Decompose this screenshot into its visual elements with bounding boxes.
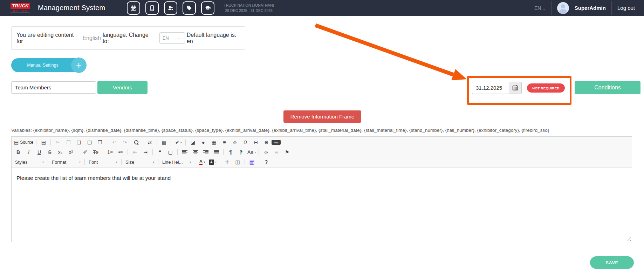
table-button[interactable]: ▦: [208, 138, 219, 147]
source-button[interactable]: ▤Source: [13, 138, 34, 147]
avatar[interactable]: [557, 2, 569, 14]
ordered-list-button[interactable]: 1≡: [105, 148, 115, 156]
chevron-down-icon: ▾: [180, 141, 182, 144]
remove-format-button[interactable]: Tx: [90, 148, 101, 156]
manual-settings-label: Manual Settings: [27, 63, 59, 68]
logo-truck-text: TRUCK: [11, 3, 30, 9]
calendar-picker-button[interactable]: [509, 82, 522, 94]
language-button[interactable]: Aa▾: [246, 148, 257, 156]
paste-word-button[interactable]: ❒: [95, 138, 105, 147]
subscript-button[interactable]: x₂: [55, 148, 66, 156]
anchor-button[interactable]: ⚑: [282, 148, 292, 156]
chevron-down-icon: ⌄: [177, 36, 180, 40]
paste-button[interactable]: ❏: [74, 138, 84, 147]
outdent-button: ⇤: [130, 148, 140, 156]
youtube-button[interactable]: You: [272, 140, 281, 145]
language-select[interactable]: EN ⌄: [159, 32, 185, 44]
event-name: TRUCK NATION (JONATHAN): [224, 3, 274, 8]
line-height-combo[interactable]: Line Hei...▾: [160, 158, 193, 166]
italic-button[interactable]: I: [23, 148, 34, 156]
superscript-button[interactable]: x²: [66, 148, 76, 156]
find-button[interactable]: [134, 140, 144, 145]
paste-text-button[interactable]: ❑: [84, 138, 95, 147]
underline-button[interactable]: U: [34, 148, 44, 156]
mobile-icon[interactable]: [145, 1, 159, 15]
editor-content[interactable]: Please create the list of team members t…: [12, 168, 632, 236]
select-all-button[interactable]: ▩: [159, 138, 169, 147]
toolbar-separator: [121, 159, 122, 165]
horizontal-rule-button[interactable]: ≡: [219, 138, 229, 147]
replace-button[interactable]: ⇄: [144, 138, 155, 147]
nav-icon-group: [127, 1, 214, 15]
strike-button[interactable]: S: [44, 148, 55, 156]
unlink-button: ∞: [271, 148, 282, 156]
size-combo[interactable]: Size▾: [123, 158, 156, 166]
maximize-button[interactable]: ✛: [222, 158, 232, 166]
navbar-right: EN ⌄ SuperAdmin Log out: [534, 0, 635, 16]
not-required-badge[interactable]: NOT REQUIRED: [527, 83, 565, 93]
remove-information-frame-button[interactable]: Remove Information Frame: [283, 110, 361, 123]
flash-button[interactable]: ●: [198, 138, 208, 147]
chevron-down-icon: ▾: [190, 161, 191, 164]
calendar-icon[interactable]: [127, 1, 140, 15]
variables-line: Variables: {exhibitor_name}, {sqm}, {dis…: [11, 128, 631, 133]
special-char-button[interactable]: Ω: [240, 138, 251, 147]
tag-icon[interactable]: [183, 1, 196, 15]
smiley-button[interactable]: ☺: [229, 138, 240, 147]
link-button[interactable]: ∞: [261, 148, 271, 156]
toolbar-separator: [171, 140, 171, 145]
conditions-button[interactable]: Conditions: [575, 81, 640, 94]
toolbar-separator: [259, 159, 259, 165]
resize-grip-icon[interactable]: [627, 237, 631, 241]
users-icon[interactable]: [164, 1, 177, 15]
bg-color-button[interactable]: A▾: [207, 158, 218, 166]
show-blocks-button[interactable]: ◫: [232, 158, 243, 166]
format-combo[interactable]: Format▾: [50, 158, 83, 166]
page: TRUCK NATION Management System TRUCK NAT…: [0, 0, 644, 278]
toolbar-separator: [245, 159, 245, 165]
copy-formatting-button[interactable]: ✐: [80, 148, 90, 156]
bullet-list-button[interactable]: •≡: [115, 148, 126, 156]
page-break-button[interactable]: ⊟: [251, 138, 261, 147]
save-button[interactable]: SAVE: [590, 256, 634, 269]
vendors-button[interactable]: Vendors: [97, 81, 148, 94]
event-info: TRUCK NATION (JONATHAN) 29 DEC 2025 - 31…: [224, 3, 274, 13]
new-page-button[interactable]: ▤: [38, 138, 49, 147]
toolbar-separator: [78, 149, 78, 155]
toolbar-separator: [36, 140, 36, 145]
font-combo[interactable]: Font▾: [87, 158, 119, 166]
help-button[interactable]: ?: [261, 158, 272, 166]
logout-button[interactable]: Log out: [617, 5, 635, 11]
blockquote-button[interactable]: ❝: [155, 148, 165, 156]
grid-button[interactable]: ▦: [247, 158, 257, 166]
align-right-button[interactable]: [200, 148, 211, 156]
graduation-cap-icon[interactable]: [201, 1, 214, 15]
toolbar-separator: [259, 149, 259, 155]
align-left-button[interactable]: [179, 148, 190, 156]
toolbar-separator: [103, 149, 103, 155]
spell-check-button[interactable]: ✔▾: [173, 138, 184, 147]
manual-settings-button[interactable]: Manual Settings +: [11, 58, 86, 72]
plus-icon[interactable]: +: [71, 57, 87, 73]
align-center-button[interactable]: [190, 148, 200, 156]
chevron-down-icon: ⌄: [542, 7, 545, 11]
toolbar-separator: [107, 140, 107, 145]
indent-button[interactable]: ⇥: [140, 148, 151, 156]
align-justify-button[interactable]: [211, 148, 221, 156]
nav-language-dropdown[interactable]: EN ⌄: [534, 5, 546, 11]
styles-combo[interactable]: Styles▾: [13, 158, 46, 166]
date-input[interactable]: [472, 82, 509, 94]
banner-prefix: You are editing content for: [16, 32, 81, 45]
toolbar-separator: [157, 140, 157, 145]
redo-button: ↷: [119, 138, 130, 147]
iframe-button[interactable]: ⊕: [261, 138, 272, 147]
image-button[interactable]: ◪: [187, 138, 198, 147]
ltr-button[interactable]: ¶: [225, 148, 236, 156]
rtl-button[interactable]: ⁋: [236, 148, 246, 156]
frame-title-input[interactable]: [11, 81, 96, 94]
toolbar-separator: [84, 159, 85, 165]
bold-button[interactable]: B: [13, 148, 23, 156]
div-button[interactable]: ▢: [165, 148, 176, 156]
text-color-button[interactable]: A▾: [197, 158, 207, 166]
editor-toolbar: ▤Source▤✂❐❏❑❒↶↷⇄▩✔▾◪●▦≡☺Ω⊟⊕YouBIUSx₂x²✐T…: [12, 137, 632, 168]
